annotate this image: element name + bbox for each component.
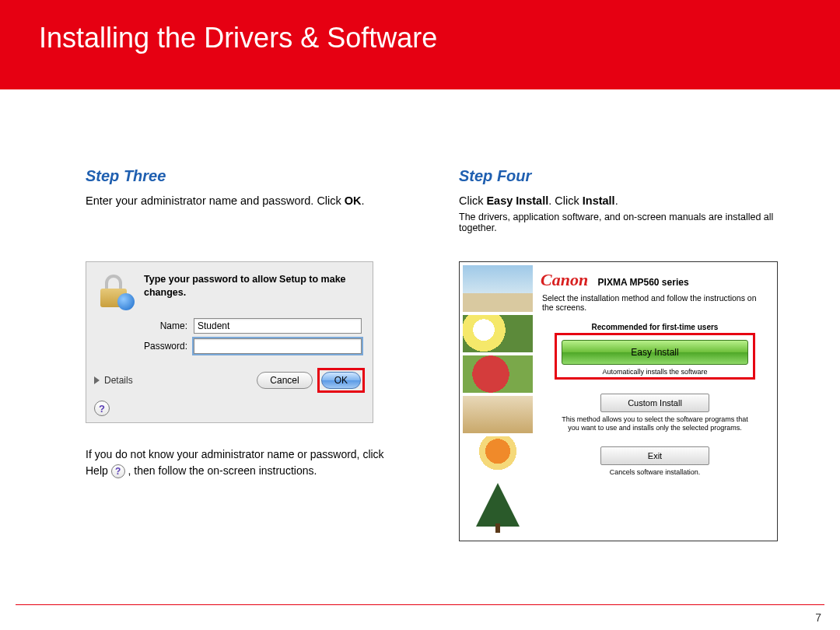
thumb-dog <box>463 396 533 433</box>
help-row: ? <box>86 401 373 422</box>
easy-install-sub: Automatically installs the software <box>562 368 748 376</box>
product-name: PIXMA MP560 series <box>598 277 689 288</box>
step-four-column: Step Four Click Easy Install. Click Inst… <box>459 167 801 541</box>
step-four-subtext: The drivers, application software, and o… <box>459 212 801 233</box>
password-label: Password: <box>133 341 187 352</box>
lock-icon <box>97 273 135 310</box>
text-bold: Install <box>583 194 615 207</box>
exit-sub: Cancels software installation. <box>556 468 754 477</box>
page-number: 7 <box>815 611 821 624</box>
canon-logo: Canon <box>541 270 588 290</box>
text-bold: Easy Install <box>486 194 548 207</box>
step-four-instruction: Click Easy Install. Click Install. <box>459 194 801 207</box>
custom-install-button[interactable]: Custom Install <box>600 394 709 412</box>
details-toggle[interactable]: Details <box>104 375 133 386</box>
auth-message: Type your password to allow Setup to mak… <box>144 273 362 310</box>
easy-install-button[interactable]: Easy Install <box>562 340 748 365</box>
auth-bottom-row: Details Cancel OK <box>86 365 373 401</box>
installer-desc: Select the installation method and follo… <box>541 293 769 312</box>
exit-button[interactable]: Exit <box>600 446 709 465</box>
auth-top: Type your password to allow Setup to mak… <box>86 262 373 318</box>
auth-fields: Name: Password: <box>86 318 373 365</box>
thumb-orange <box>463 436 533 474</box>
content-area: Step Three Enter your administrator name… <box>0 89 840 541</box>
step-three-note: If you do not know your administrator na… <box>86 446 397 479</box>
step-three-instruction: Enter your administrator name and passwo… <box>86 194 428 207</box>
recommended-label: Recommended for first-time users <box>541 323 769 331</box>
text: . Click <box>548 194 583 207</box>
thumb-flower <box>463 315 533 352</box>
footer-divider <box>16 604 824 605</box>
installer-body: Canon PIXMA MP560 series Select the inst… <box>537 265 774 537</box>
easy-install-highlight: Easy Install Automatically installs the … <box>555 333 755 380</box>
header-bar: Installing the Drivers & Software <box>0 0 840 89</box>
name-label: Name: <box>133 320 187 331</box>
name-row: Name: <box>133 318 362 334</box>
ok-button[interactable]: OK <box>321 372 361 389</box>
help-icon[interactable]: ? <box>94 401 110 416</box>
password-input[interactable] <box>194 338 362 354</box>
cancel-button[interactable]: Cancel <box>257 372 312 389</box>
text: . <box>362 194 365 207</box>
text: , then follow the on-screen instructions… <box>128 464 317 477</box>
thumb-beach <box>463 265 533 312</box>
disclosure-triangle-icon[interactable] <box>94 376 100 384</box>
text: If you do not know your administrator na… <box>86 448 384 460</box>
text: Enter your administrator name and passwo… <box>86 194 345 207</box>
text-bold: OK <box>345 194 362 207</box>
text: Click <box>459 194 486 207</box>
text: . <box>615 194 618 207</box>
page-title: Installing the Drivers & Software <box>39 22 801 54</box>
password-row: Password: <box>133 338 362 354</box>
thumb-tree <box>463 477 533 537</box>
custom-install-sub: This method allows you to select the sof… <box>556 415 754 432</box>
step-three-heading: Step Three <box>86 167 428 185</box>
canon-installer-panel: Canon PIXMA MP560 series Select the inst… <box>459 261 778 541</box>
text: Help <box>86 464 111 477</box>
installer-header: Canon PIXMA MP560 series <box>541 270 769 290</box>
auth-dialog: Type your password to allow Setup to mak… <box>86 261 373 423</box>
step-three-column: Step Three Enter your administrator name… <box>86 167 428 541</box>
thumb-strawberry <box>463 355 533 393</box>
step-four-heading: Step Four <box>459 167 801 185</box>
thumbnail-strip <box>463 265 533 537</box>
ok-highlight: OK <box>317 368 365 393</box>
name-input[interactable] <box>194 318 362 334</box>
help-icon: ? <box>111 464 125 478</box>
